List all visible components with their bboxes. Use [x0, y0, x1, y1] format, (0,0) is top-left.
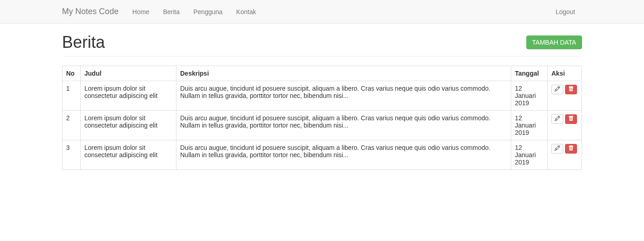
cell-no: 2 [62, 111, 81, 140]
table-row: 2Lorem ipsum dolor sit consectetur adipi… [62, 111, 582, 140]
nav-item-home[interactable]: Home [125, 1, 156, 22]
th-deskripsi: Deskripsi [177, 66, 511, 81]
cell-tanggal: 12 Januari 2019 [511, 111, 548, 140]
page-header: Berita TAMBAH DATA [62, 24, 582, 56]
nav-logout[interactable]: Logout [549, 1, 582, 22]
th-tanggal: Tanggal [511, 66, 548, 81]
th-no: No [62, 66, 81, 81]
cell-judul: Lorem ipsum dolor sit consectetur adipis… [81, 111, 177, 140]
cell-aksi [548, 140, 582, 170]
cell-no: 1 [62, 81, 81, 111]
cell-aksi [548, 81, 582, 111]
add-data-button[interactable]: TAMBAH DATA [526, 36, 582, 49]
nav-list: Home Berita Pengguna Kontak [125, 1, 549, 22]
navbar-brand[interactable]: My Notes Code [62, 0, 125, 23]
trash-icon [568, 116, 574, 123]
edit-button[interactable] [551, 114, 563, 124]
nav-item-pengguna[interactable]: Pengguna [187, 1, 229, 22]
cell-deskripsi: Duis arcu augue, tincidunt id posuere su… [177, 81, 511, 111]
edit-button[interactable] [551, 144, 563, 154]
cell-deskripsi: Duis arcu augue, tincidunt id posuere su… [177, 111, 511, 140]
trash-icon [568, 86, 574, 93]
table-row: 3Lorem ipsum dolor sit consectetur adipi… [62, 140, 582, 170]
data-table: No Judul Deskripsi Tanggal Aksi 1Lorem i… [62, 66, 582, 170]
cell-no: 3 [62, 140, 81, 170]
cell-deskripsi: Duis arcu augue, tincidunt id posuere su… [177, 140, 511, 170]
cell-judul: Lorem ipsum dolor sit consectetur adipis… [81, 81, 177, 111]
table-row: 1Lorem ipsum dolor sit consectetur adipi… [62, 81, 582, 111]
pencil-icon [555, 86, 560, 93]
cell-aksi [548, 111, 582, 140]
pencil-icon [555, 116, 560, 123]
nav-item-berita[interactable]: Berita [156, 1, 187, 22]
navbar: My Notes Code Home Berita Pengguna Konta… [0, 0, 644, 24]
delete-button[interactable] [565, 85, 577, 94]
cell-tanggal: 12 Januari 2019 [511, 140, 548, 170]
trash-icon [568, 145, 574, 152]
delete-button[interactable] [565, 144, 577, 154]
delete-button[interactable] [565, 114, 577, 124]
th-aksi: Aksi [548, 66, 582, 81]
nav-item-kontak[interactable]: Kontak [229, 1, 263, 22]
edit-button[interactable] [551, 85, 563, 94]
page-title: Berita [62, 33, 105, 52]
cell-judul: Lorem ipsum dolor sit consectetur adipis… [81, 140, 177, 170]
pencil-icon [555, 145, 560, 152]
cell-tanggal: 12 Januari 2019 [511, 81, 548, 111]
nav-right: Logout [549, 1, 582, 22]
th-judul: Judul [81, 66, 177, 81]
